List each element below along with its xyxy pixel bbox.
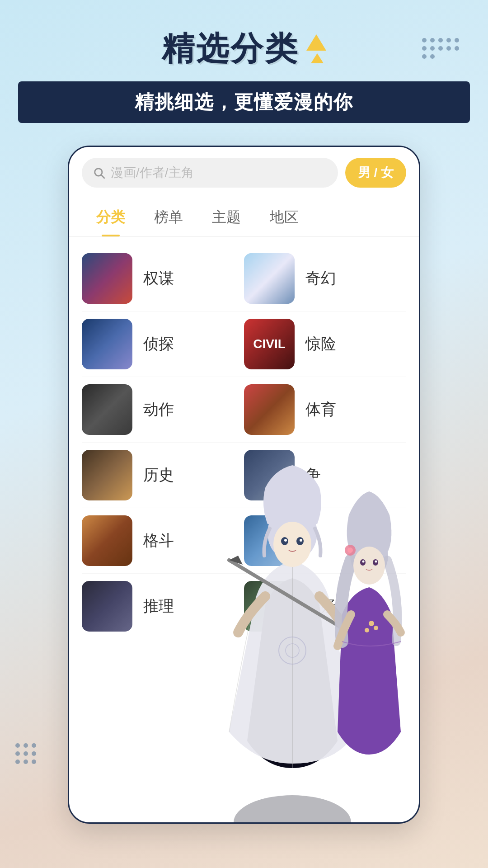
category-thumb-zhentan xyxy=(82,319,132,369)
category-thumb-zhanzheng xyxy=(244,450,295,500)
tab-navigation: 分类 榜单 主题 地区 xyxy=(69,198,419,237)
category-item-jingxian[interactable]: CIVIL 惊险 xyxy=(244,319,406,369)
tab-bangdan[interactable]: 榜单 xyxy=(140,198,197,236)
category-thumb-yiyi xyxy=(244,581,295,632)
svg-point-2 xyxy=(234,795,351,822)
search-icon xyxy=(93,166,105,179)
main-title: 精选分类 xyxy=(162,27,299,71)
category-thumb-dongzuo xyxy=(82,384,132,435)
category-thumb-lanqiu xyxy=(244,515,295,566)
category-name-lishi: 历史 xyxy=(143,465,174,486)
category-item-zhanzheng[interactable]: 争 xyxy=(244,450,406,500)
category-item-zhentan[interactable]: 侦探 xyxy=(82,319,244,369)
category-row-1: 权谋 奇幻 xyxy=(69,246,419,311)
decorative-dots-bottom xyxy=(14,741,50,778)
category-list: 权谋 奇幻 侦探 xyxy=(69,237,419,648)
decoration-arrows xyxy=(306,34,326,63)
category-row-3: 动作 体育 xyxy=(69,377,419,442)
subtitle-banner: 精挑细选，更懂爱漫的你 xyxy=(18,81,470,123)
phone-mockup: 漫画/作者/主角 男 / 女 分类 榜单 主题 地区 xyxy=(68,146,420,824)
tab-fenlei[interactable]: 分类 xyxy=(82,198,140,236)
category-row-5: 格斗 篮球 xyxy=(69,508,419,573)
category-item-qihuan[interactable]: 奇幻 xyxy=(244,253,406,304)
category-item-yiyi[interactable]: 悬疑 xyxy=(244,581,406,632)
category-item-lishi[interactable]: 历史 xyxy=(82,450,244,500)
tab-diqu[interactable]: 地区 xyxy=(255,198,313,236)
search-bar: 漫画/作者/主角 男 / 女 xyxy=(69,147,419,198)
search-placeholder: 漫画/作者/主角 xyxy=(111,164,194,181)
category-thumb-tuili xyxy=(82,581,132,632)
category-item-dongzuo[interactable]: 动作 xyxy=(82,384,244,435)
category-thumb-lishi xyxy=(82,450,132,500)
svg-line-1 xyxy=(101,175,104,178)
category-name-gedou: 格斗 xyxy=(143,530,174,551)
search-input-wrapper[interactable]: 漫画/作者/主角 xyxy=(82,158,338,188)
category-row-2: 侦探 CIVIL 惊险 xyxy=(69,311,419,377)
gender-toggle-button[interactable]: 男 / 女 xyxy=(345,158,406,188)
category-name-tuili: 推理 xyxy=(143,596,174,617)
category-item-gedou[interactable]: 格斗 xyxy=(82,515,244,566)
category-name-zhanzheng: 争 xyxy=(305,465,321,486)
tab-zhuti[interactable]: 主题 xyxy=(197,198,255,236)
category-thumb-sport xyxy=(244,384,295,435)
category-thumb-jingxian: CIVIL xyxy=(244,319,295,369)
category-name-dongzuo: 动作 xyxy=(143,399,174,420)
category-item-quanmou[interactable]: 权谋 xyxy=(82,253,244,304)
category-row-4: 历史 争 xyxy=(69,443,419,508)
category-row-6: 推理 悬疑 xyxy=(69,574,419,639)
category-item-lanqiu[interactable]: 篮球 xyxy=(244,515,406,566)
category-item-tuili[interactable]: 推理 xyxy=(82,581,244,632)
category-item-sport[interactable]: 体育 xyxy=(244,384,406,435)
header-area: 精选分类 精挑细选，更懂爱漫的你 xyxy=(0,0,488,137)
category-name-jingxian: 惊险 xyxy=(305,334,336,354)
category-name-sport: 体育 xyxy=(305,399,336,420)
category-name-quanmou: 权谋 xyxy=(143,268,174,289)
category-name-yiyi: 悬疑 xyxy=(305,596,336,617)
category-name-qihuan: 奇幻 xyxy=(305,268,336,289)
category-name-zhentan: 侦探 xyxy=(143,334,174,354)
subtitle-text: 精挑细选，更懂爱漫的你 xyxy=(135,90,353,115)
category-thumb-gedou xyxy=(82,515,132,566)
category-thumb-quanmou xyxy=(82,253,132,304)
category-thumb-qihuan xyxy=(244,253,295,304)
gender-toggle-label: 男 / 女 xyxy=(358,164,394,181)
